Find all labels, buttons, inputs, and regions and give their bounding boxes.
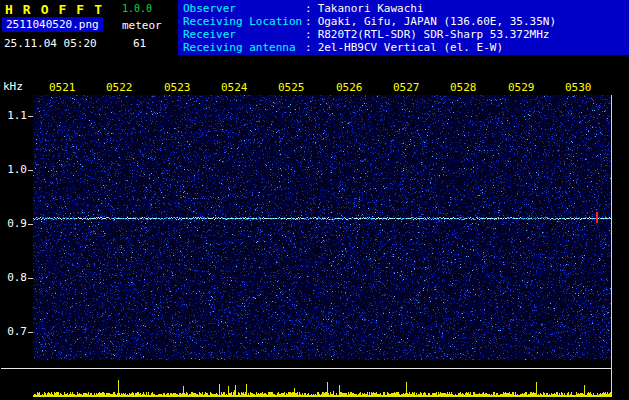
y-tick-label: 1.1 [0,109,27,122]
plot-right-border [611,95,612,397]
mode-label: meteor [122,19,162,32]
info-value: Takanori Kawachi [318,2,424,15]
x-tick-label: 0525 [278,81,305,94]
info-value: 2el-HB9CV Vertical (el. E-W) [318,41,503,54]
x-tick-label: 0528 [450,81,477,94]
info-row-receiver: Receiver:R820T2(RTL-SDR) SDR-Sharp 53.37… [178,28,629,41]
x-tick-label: 0521 [49,81,76,94]
info-value: R820T2(RTL-SDR) SDR-Sharp 53.372MHz [318,28,550,41]
app-version: 1.0.0 [122,3,152,14]
x-axis: 0521 0522 0523 0524 0525 0526 0527 0528 … [33,81,611,93]
info-colon: : [305,15,312,28]
app-title: HROFFT [5,2,112,17]
info-row-observer: Observer:Takanori Kawachi [178,2,629,15]
info-label: Receiver [183,28,305,41]
x-tick-label: 0527 [393,81,420,94]
info-colon: : [305,2,312,15]
x-tick-label: 0523 [164,81,191,94]
datetime-label: 25.11.04 05:20 [4,37,97,50]
y-tick-label: 0.8 [0,271,27,284]
signal-level-strip-canvas [33,370,611,397]
x-tick-label: 0526 [336,81,363,94]
echo-count: 61 [133,37,146,50]
info-label: Receiving antenna [183,41,305,54]
y-tick-label: 1.0 [0,163,27,176]
x-tick-label: 0524 [221,81,248,94]
y-tick-label: 0.7 [0,325,27,338]
station-info-panel: Observer:Takanori Kawachi Receiving Loca… [178,0,629,55]
info-label: Observer [183,2,305,15]
info-colon: : [305,28,312,41]
hrofft-output-screen: HROFFT 1.0.0 2511040520.png meteor 25.11… [0,0,629,400]
filename-badge: 2511040520.png [2,17,103,32]
info-row-location: Receiving Location:Ogaki, Gifu, JAPAN (1… [178,15,629,28]
info-label: Receiving Location [183,15,305,28]
x-tick-label: 0529 [508,81,535,94]
x-tick-label: 0530 [565,81,592,94]
info-value: Ogaki, Gifu, JAPAN (136.60E, 35.35N) [318,15,556,28]
spectrogram-canvas [33,95,611,360]
strip-reference-line [1,368,611,369]
info-row-antenna: Receiving antenna:2el-HB9CV Vertical (el… [178,41,629,54]
x-tick-label: 0522 [106,81,133,94]
header-left: HROFFT 1.0.0 2511040520.png meteor 25.11… [0,0,178,57]
info-colon: : [305,41,312,54]
y-tick-label: 0.9 [0,217,27,230]
y-axis-unit: kHz [3,80,23,93]
